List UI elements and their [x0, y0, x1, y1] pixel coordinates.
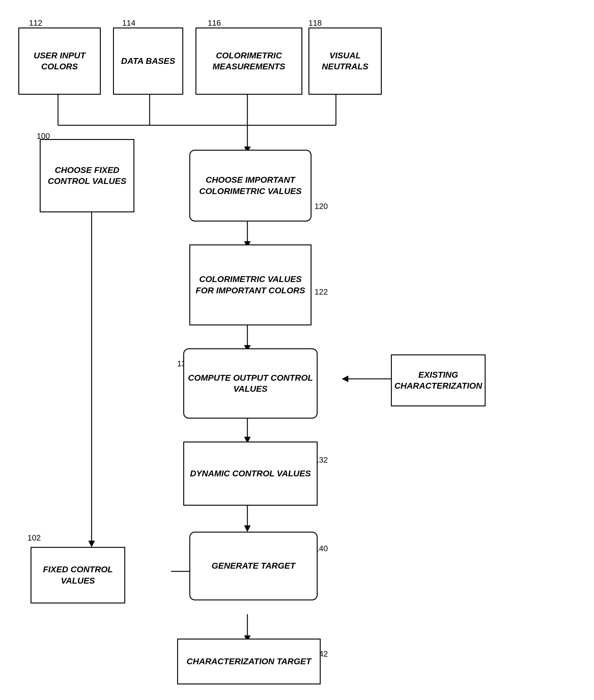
svg-marker-20	[244, 526, 251, 532]
flowchart-diagram: 112 114 116 118 100 120 122 130 124 132 …	[0, 0, 594, 700]
characterization-target-box: CHARACTERIZATION TARGET	[177, 639, 321, 685]
compute-output-control-values-box: COMPUTE OUTPUT CONTROL VALUES	[183, 348, 318, 419]
visual-neutrals-box: VISUAL NEUTRALS	[308, 28, 382, 95]
generate-target-box: GENERATE TARGET	[189, 532, 318, 600]
choose-fixed-control-values-box: CHOOSE FIXED CONTROL VALUES	[40, 139, 134, 212]
ref-114: 114	[122, 18, 135, 28]
data-bases-box: DATA BASES	[113, 28, 183, 95]
dynamic-control-values-box: DYNAMIC CONTROL VALUES	[183, 442, 318, 506]
colorimetric-measurements-box: COLORIMETRIC MEASUREMENTS	[195, 28, 302, 95]
fixed-control-values-box: FIXED CONTROL VALUES	[31, 547, 125, 603]
ref-118: 118	[308, 18, 322, 28]
ref-112: 112	[29, 18, 42, 28]
ref-120: 120	[315, 202, 328, 211]
ref-122: 122	[315, 287, 328, 297]
svg-marker-16	[89, 541, 95, 547]
choose-important-colorimetric-values-box: CHOOSE IMPORTANT COLORIMETRIC VALUES	[189, 150, 311, 222]
colorimetric-values-for-important-colors-box: COLORIMETRIC VALUES FOR IMPORTANT COLORS	[189, 245, 311, 325]
ref-116: 116	[208, 18, 221, 28]
user-input-colors-box: USER INPUT COLORS	[18, 28, 101, 95]
svg-marker-12	[342, 376, 348, 382]
ref-102: 102	[28, 533, 41, 543]
existing-characterization-box: EXISTING CHARACTERIZATION	[391, 354, 486, 406]
